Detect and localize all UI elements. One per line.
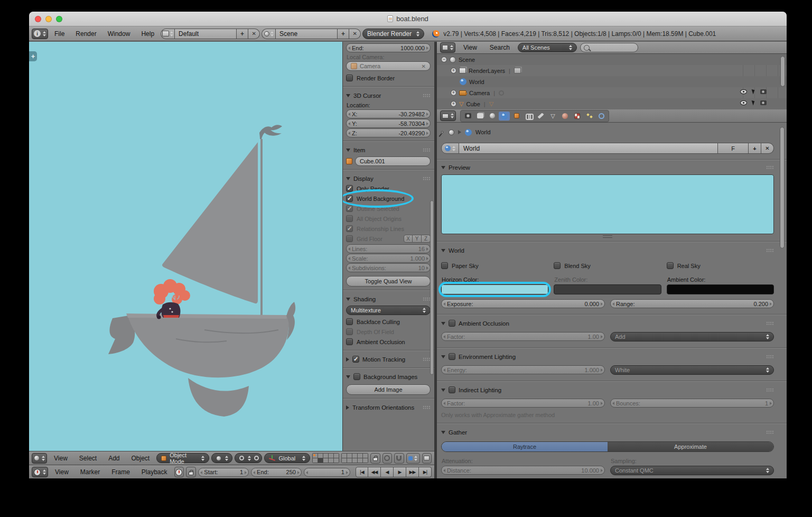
screen-layout-name[interactable]: Default xyxy=(174,29,237,39)
layers-grid-b[interactable] xyxy=(341,453,368,463)
panel-item[interactable]: Item xyxy=(346,145,431,155)
indirect-bounces-slider[interactable]: Bounces: 1 xyxy=(610,399,774,408)
ao-factor-slider[interactable]: Factor: 1.00 xyxy=(441,332,605,341)
lock-time-button[interactable] xyxy=(186,467,196,477)
editor-type-selector[interactable] xyxy=(440,110,456,121)
editor-type-selector[interactable] xyxy=(32,467,48,477)
shading-mode-dropdown[interactable]: Multitexture xyxy=(346,306,431,315)
grid-floor-row[interactable]: Grid Floor X Y Z xyxy=(346,234,431,244)
paper-sky-checkbox[interactable] xyxy=(441,262,448,269)
npanel-scrollbar[interactable] xyxy=(430,200,434,375)
panel-indirect-lighting[interactable]: Indirect Lighting xyxy=(441,385,774,395)
panel-3d-cursor[interactable]: 3D Cursor xyxy=(346,90,431,100)
drag-dots-icon[interactable] xyxy=(766,430,774,434)
tab-modifiers-icon[interactable] xyxy=(535,112,546,121)
collapse-icon[interactable] xyxy=(441,57,447,62)
ambient-color-swatch[interactable] xyxy=(667,284,774,294)
frame-start-slider[interactable]: Start: 1 xyxy=(198,468,249,477)
layers-grid-a[interactable] xyxy=(312,453,339,463)
properties-scrollbar[interactable] xyxy=(780,127,785,248)
snap-element-dropdown[interactable] xyxy=(406,453,420,464)
fake-user-button[interactable]: F xyxy=(718,143,749,154)
transform-orientation-dropdown[interactable]: Global xyxy=(264,453,310,463)
proportional-edit-button[interactable] xyxy=(382,453,392,464)
outliner-row-camera[interactable]: Camera | xyxy=(437,87,787,98)
panel-transform-orientations[interactable]: Transform Orientations xyxy=(346,402,431,412)
pin-icon[interactable] xyxy=(441,131,444,134)
sampling-dropdown[interactable]: Constant QMC xyxy=(610,466,774,475)
axis-x-toggle[interactable]: X xyxy=(404,235,413,243)
ambient-occlusion-panel-checkbox[interactable] xyxy=(449,320,455,327)
panel-display[interactable]: Display xyxy=(346,173,431,183)
delete-scene-button[interactable] xyxy=(349,29,361,39)
backface-culling-checkbox[interactable] xyxy=(346,318,353,325)
all-object-origins-checkbox[interactable] xyxy=(346,215,353,222)
menu-view[interactable]: View xyxy=(49,453,72,464)
tab-data-icon[interactable]: ▽ xyxy=(547,112,558,121)
expand-icon[interactable] xyxy=(451,90,456,96)
menu-playback[interactable]: Playback xyxy=(137,466,172,478)
indirect-lighting-checkbox[interactable] xyxy=(449,386,455,393)
current-frame-field[interactable]: 1 xyxy=(304,468,350,477)
menu-view[interactable]: View xyxy=(50,466,73,478)
tab-material-icon[interactable] xyxy=(559,112,571,121)
add-image-button[interactable]: Add Image xyxy=(346,384,431,395)
menu-window[interactable]: Window xyxy=(103,28,135,40)
outliner-row-world[interactable]: World xyxy=(437,76,787,87)
grid-floor-checkbox[interactable] xyxy=(346,235,353,242)
zoom-window-button[interactable] xyxy=(56,16,62,22)
depth-of-field-checkbox[interactable] xyxy=(346,328,353,335)
editor-type-selector[interactable] xyxy=(440,42,455,53)
tab-particles-icon[interactable] xyxy=(584,112,595,121)
env-energy-slider[interactable]: Energy: 1.000 xyxy=(441,365,605,374)
object-name-field[interactable]: Cube.001 xyxy=(355,156,431,166)
frame-end-slider[interactable]: End: 250 xyxy=(251,468,302,477)
outliner-row-renderlayers[interactable]: RenderLayers | xyxy=(437,65,787,76)
menu-object[interactable]: Object xyxy=(127,453,155,464)
world-background-checkbox[interactable] xyxy=(346,195,353,202)
viewport-canvas[interactable] xyxy=(29,42,342,451)
end-clip-slider[interactable]: End: 1000.000 xyxy=(346,43,431,52)
environment-lighting-checkbox[interactable] xyxy=(449,353,455,360)
ambient-occlusion-checkbox[interactable] xyxy=(346,338,353,345)
scene-selector-icon[interactable] xyxy=(262,29,275,39)
backface-culling-row[interactable]: Backface Culling xyxy=(346,317,431,327)
editor-type-selector[interactable]: i xyxy=(32,29,48,39)
outline-selected-row[interactable]: Outline Selected xyxy=(346,204,431,214)
grid-scale-slider[interactable]: Scale:1.000 xyxy=(346,254,431,263)
relationship-lines-checkbox[interactable] xyxy=(346,225,353,232)
raytrace-button[interactable]: Raytrace xyxy=(442,442,608,451)
menu-render[interactable]: Render xyxy=(71,28,101,40)
drag-dots-icon[interactable] xyxy=(423,177,431,180)
tab-render-icon[interactable] xyxy=(462,112,473,121)
drag-dots-icon[interactable] xyxy=(766,355,774,358)
menu-select[interactable]: Select xyxy=(74,453,101,464)
panel-environment-lighting[interactable]: Environment Lighting xyxy=(441,352,774,362)
render-border-checkbox[interactable] xyxy=(346,75,353,81)
grid-subdivisions-slider[interactable]: Subdivisions:10 xyxy=(346,263,431,272)
panel-motion-tracking[interactable]: Motion Tracking xyxy=(346,354,431,364)
close-window-button[interactable] xyxy=(35,16,41,22)
selectability-cursor-icon[interactable] xyxy=(752,88,756,94)
tab-constraints-icon[interactable] xyxy=(523,112,534,121)
outline-selected-checkbox[interactable] xyxy=(346,205,353,212)
tab-texture-icon[interactable] xyxy=(572,112,583,121)
unlink-world-button[interactable] xyxy=(761,143,774,154)
panel-open-tab[interactable] xyxy=(29,51,37,61)
real-sky-checkbox[interactable] xyxy=(667,262,674,269)
cursor-z-slider[interactable]: Z:-20.49290 xyxy=(346,128,431,137)
range-slider[interactable]: Range: 0.200 xyxy=(610,299,774,308)
time-toggle-button[interactable] xyxy=(174,467,184,477)
tab-world-icon[interactable] xyxy=(499,112,510,121)
visibility-eye-icon[interactable] xyxy=(740,89,747,94)
background-images-checkbox[interactable] xyxy=(353,373,360,380)
editor-type-selector[interactable] xyxy=(32,453,47,464)
add-scene-button[interactable] xyxy=(338,29,349,39)
delete-layout-button[interactable] xyxy=(248,29,260,39)
only-render-checkbox[interactable] xyxy=(346,185,353,192)
screen-layout-icon[interactable] xyxy=(161,29,174,39)
tab-scene-icon[interactable] xyxy=(487,112,498,121)
viewport-3d[interactable] xyxy=(29,42,342,451)
menu-view[interactable]: View xyxy=(459,42,482,53)
drag-dots-icon[interactable] xyxy=(766,248,774,252)
